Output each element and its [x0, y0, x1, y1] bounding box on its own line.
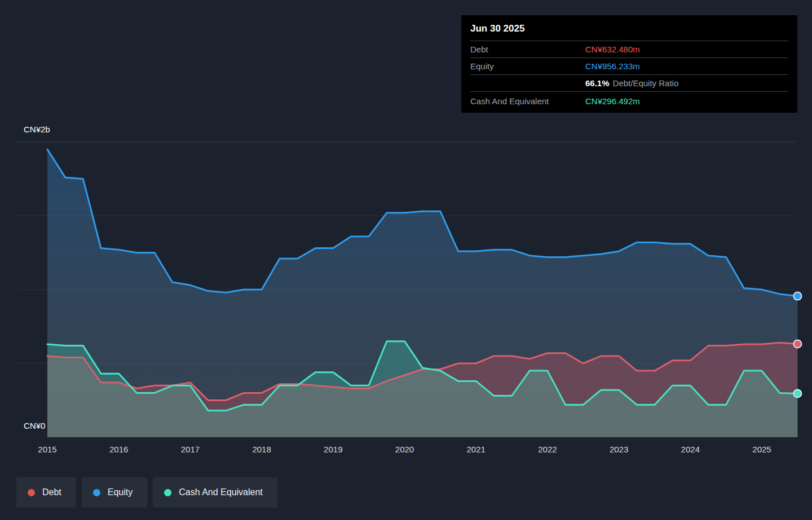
debt-endpoint-marker	[793, 340, 801, 348]
equity-endpoint-marker	[793, 292, 801, 300]
equity-series-dot-icon	[93, 489, 100, 496]
x-axis-label: 2016	[102, 445, 136, 454]
legend-label-equity: Equity	[108, 487, 133, 497]
x-axis-label: 2020	[388, 445, 422, 454]
legend: Debt Equity Cash And Equivalent	[16, 477, 277, 508]
y-axis-label-min: CN¥0	[24, 421, 45, 430]
x-axis-label: 2024	[673, 445, 707, 454]
cash-endpoint-marker	[793, 389, 801, 397]
x-axis-label: 2015	[30, 445, 64, 454]
tooltip-row-cash: Cash And Equivalent CN¥296.492m	[470, 92, 788, 110]
tooltip-ratio-label: Debt/Equity Ratio	[613, 78, 679, 88]
debt-series-dot-icon	[28, 489, 35, 496]
tooltip-row-ratio: 66.1%Debt/Equity Ratio	[470, 75, 788, 92]
y-axis-label-max: CN¥2b	[24, 125, 50, 134]
cash-series-dot-icon	[164, 489, 171, 496]
tooltip-cash-label: Cash And Equivalent	[470, 96, 585, 106]
x-axis-label: 2021	[459, 445, 493, 454]
tooltip-date: Jun 30 2025	[470, 15, 788, 41]
tooltip-row-debt: Debt CN¥632.480m	[470, 41, 788, 58]
legend-item-debt[interactable]: Debt	[16, 477, 76, 508]
tooltip-debt-value: CN¥632.480m	[585, 45, 788, 54]
legend-item-cash[interactable]: Cash And Equivalent	[153, 477, 277, 508]
x-axis-label: 2023	[602, 445, 636, 454]
debt-equity-history-chart: Jun 30 2025 Debt CN¥632.480m Equity CN¥9…	[0, 0, 812, 520]
legend-label-cash: Cash And Equivalent	[179, 487, 263, 497]
legend-item-equity[interactable]: Equity	[82, 477, 147, 508]
legend-label-debt: Debt	[42, 487, 61, 497]
x-axis: 2015201620172018201920202021202220232024…	[0, 445, 812, 457]
x-axis-label: 2019	[316, 445, 350, 454]
x-axis-label: 2017	[173, 445, 207, 454]
tooltip-equity-value: CN¥956.233m	[585, 61, 788, 71]
x-axis-label: 2022	[531, 445, 564, 454]
x-axis-label: 2025	[745, 445, 779, 454]
tooltip-ratio-value: 66.1%	[585, 78, 610, 88]
tooltip-debt-label: Debt	[470, 45, 585, 54]
tooltip-equity-label: Equity	[470, 61, 585, 71]
tooltip-ratio: 66.1%Debt/Equity Ratio	[585, 78, 788, 88]
tooltip-row-equity: Equity CN¥956.233m	[470, 58, 788, 75]
tooltip-cash-value: CN¥296.492m	[585, 96, 788, 106]
chart-tooltip: Jun 30 2025 Debt CN¥632.480m Equity CN¥9…	[461, 15, 797, 113]
x-axis-label: 2018	[245, 445, 279, 454]
